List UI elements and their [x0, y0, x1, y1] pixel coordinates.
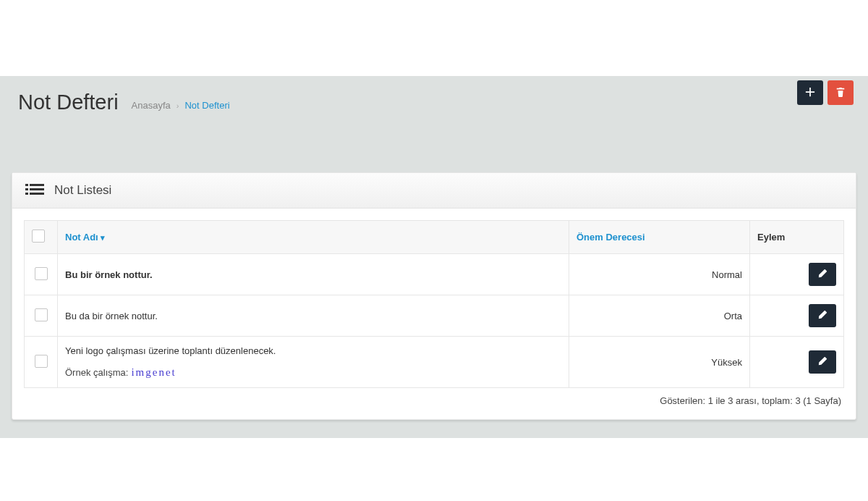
svg-rect-1 [30, 184, 44, 186]
row-action-cell [750, 295, 844, 337]
header-name-label: Not Adı [65, 232, 98, 243]
pencil-icon [818, 356, 827, 368]
row-extra-label: Örnek çalışma: [65, 367, 128, 378]
panel-body: Not Adı ▾ Önem Derecesi Eylem [12, 209, 856, 419]
pagination-info: Gösterilen: 1 ile 3 arası, toplam: 3 (1 … [24, 388, 844, 408]
row-note-text: Bu da bir örnek nottur. [65, 311, 561, 321]
sort-by-name[interactable]: Not Adı ▾ [65, 232, 105, 243]
chevron-right-icon: › [176, 101, 179, 110]
row-checkbox[interactable] [35, 308, 48, 321]
select-all-checkbox[interactable] [32, 230, 45, 243]
row-name-cell: Yeni logo çalışması üzerine toplantı düz… [58, 337, 569, 388]
header-checkbox-cell [25, 221, 58, 254]
notes-panel: Not Listesi Not Adı ▾ [12, 172, 856, 420]
add-button[interactable] [797, 80, 823, 105]
plus-icon [805, 87, 815, 99]
header-priority-cell: Önem Derecesi [569, 221, 750, 254]
panel-header: Not Listesi [12, 173, 856, 209]
row-priority-cell: Normal [569, 254, 750, 295]
row-name-cell: Bu bir örnek nottur. [58, 254, 569, 295]
row-priority-cell: Orta [569, 295, 750, 337]
breadcrumb-current[interactable]: Not Defteri [184, 100, 229, 111]
top-action-buttons [797, 80, 854, 105]
table-header-row: Not Adı ▾ Önem Derecesi Eylem [25, 221, 844, 254]
row-logo-text: imgenet [131, 366, 176, 378]
svg-rect-4 [25, 193, 28, 195]
row-note-text: Yeni logo çalışması üzerine toplantı düz… [65, 345, 561, 356]
row-checkbox-cell [25, 337, 58, 388]
table-row: Yeni logo çalışması üzerine toplantı düz… [25, 337, 844, 388]
row-action-cell [750, 337, 844, 388]
sort-by-priority[interactable]: Önem Derecesi [576, 232, 645, 243]
breadcrumb: Anasayfa › Not Defteri [132, 100, 230, 111]
header-action-cell: Eylem [750, 221, 844, 254]
list-icon [25, 183, 44, 198]
delete-button[interactable] [827, 80, 854, 105]
table-row: Bu da bir örnek nottur.Orta [25, 295, 844, 337]
breadcrumb-home[interactable]: Anasayfa [132, 100, 171, 111]
row-checkbox[interactable] [35, 355, 48, 368]
row-checkbox-cell [25, 295, 58, 337]
page-title: Not Defteri [18, 90, 119, 114]
edit-button[interactable] [809, 304, 836, 327]
header-priority-label: Önem Derecesi [576, 232, 645, 243]
svg-rect-2 [25, 188, 28, 190]
trash-icon [835, 87, 846, 99]
panel-title: Not Listesi [54, 183, 111, 198]
row-note-text: Bu bir örnek nottur. [65, 269, 561, 280]
header-name-cell: Not Adı ▾ [58, 221, 569, 254]
svg-rect-3 [30, 188, 44, 190]
chevron-down-icon: ▾ [101, 233, 105, 242]
edit-button[interactable] [809, 263, 836, 286]
notes-table: Not Adı ▾ Önem Derecesi Eylem [24, 220, 844, 388]
row-priority-cell: Yüksek [569, 337, 750, 388]
row-checkbox-cell [25, 254, 58, 295]
row-action-cell [750, 254, 844, 295]
page-header: Not Defteri Anasayfa › Not Defteri [0, 76, 868, 122]
row-name-cell: Bu da bir örnek nottur. [58, 295, 569, 337]
pencil-icon [818, 310, 827, 321]
svg-rect-0 [25, 184, 28, 186]
table-row: Bu bir örnek nottur.Normal [25, 254, 844, 295]
svg-rect-5 [30, 193, 44, 195]
pencil-icon [818, 269, 827, 280]
edit-button[interactable] [809, 350, 836, 374]
row-checkbox[interactable] [35, 267, 48, 280]
row-note-extra: Örnek çalışma:imgenet [65, 366, 561, 379]
header-action-label: Eylem [757, 232, 785, 243]
